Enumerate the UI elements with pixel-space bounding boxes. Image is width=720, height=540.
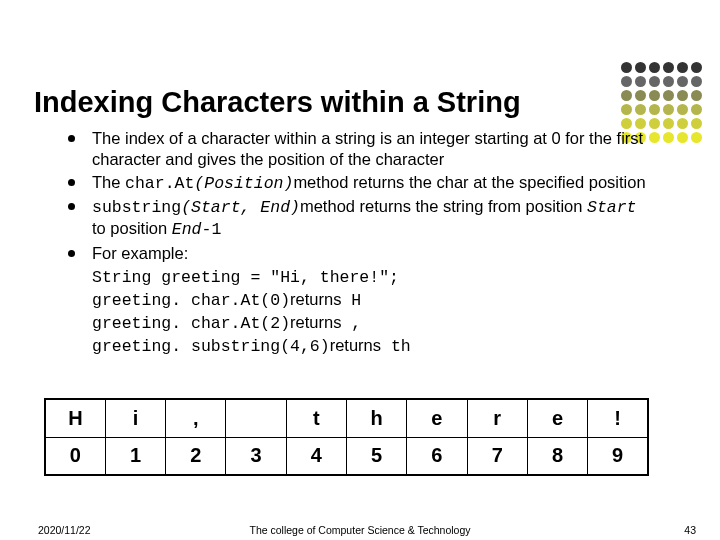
table-cell: e <box>407 399 467 437</box>
bullet-1: The index of a character within a string… <box>62 128 652 170</box>
table-cell: ! <box>588 399 648 437</box>
table-cell: 9 <box>588 437 648 475</box>
table-cell: 6 <box>407 437 467 475</box>
example-code: String greeting = "Hi, there!"; greeting… <box>62 266 652 357</box>
table-cell: 1 <box>105 437 165 475</box>
slide-title: Indexing Characters within a String <box>34 86 521 119</box>
table-cell: 0 <box>45 437 105 475</box>
bullet-2: The char.At(Position)method returns the … <box>62 172 652 194</box>
table-cell: 2 <box>166 437 226 475</box>
index-table: H i , t h e r e ! 0 1 2 3 4 5 6 7 8 9 <box>44 398 649 476</box>
table-cell: 7 <box>467 437 527 475</box>
table-cell: 4 <box>286 437 346 475</box>
table-cell: 3 <box>226 437 286 475</box>
table-cell: i <box>105 399 165 437</box>
bullet-3: substring(Start, End)method returns the … <box>62 196 652 240</box>
table-cell: 5 <box>346 437 406 475</box>
footer-page-number: 43 <box>684 524 696 536</box>
table-cell <box>226 399 286 437</box>
table-cell: h <box>346 399 406 437</box>
bullet-4: For example: <box>62 243 652 264</box>
table-cell: , <box>166 399 226 437</box>
slide-body: The index of a character within a string… <box>62 128 652 358</box>
table-cell: H <box>45 399 105 437</box>
table-cell: t <box>286 399 346 437</box>
table-cell: r <box>467 399 527 437</box>
footer-center: The college of Computer Science & Techno… <box>0 524 720 536</box>
table-cell: 8 <box>527 437 587 475</box>
table-cell: e <box>527 399 587 437</box>
